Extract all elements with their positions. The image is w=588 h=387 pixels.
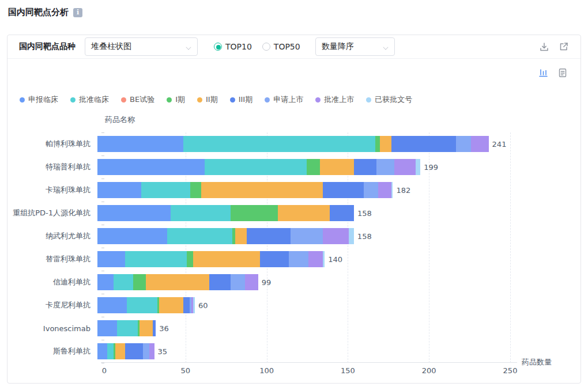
bar-segment — [187, 251, 193, 267]
legend-dot — [167, 97, 172, 103]
legend-label: 申请上市 — [273, 94, 303, 105]
document-icon[interactable] — [557, 67, 568, 78]
category-label: 特瑞普利单抗 — [7, 162, 97, 172]
external-link-icon[interactable] — [559, 41, 569, 52]
bar-segment — [323, 182, 363, 198]
x-tick-label: 150 — [341, 366, 355, 375]
bar-segment — [117, 320, 138, 336]
stacked-bar — [97, 136, 489, 152]
stacked-bar — [97, 297, 195, 313]
radio-top50[interactable]: TOP50 — [262, 42, 300, 51]
sort-order-select[interactable]: 数量降序 — [315, 37, 395, 56]
category-label: 重组抗PD-1人源化单抗 — [7, 208, 97, 218]
bar-segment — [456, 136, 470, 152]
legend-dot — [265, 97, 270, 103]
bar-segment — [183, 136, 375, 152]
bar-segment — [97, 205, 171, 221]
view-toggle-row — [7, 64, 581, 81]
analysis-card: 国内同靶点品种 堆叠柱状图 TOP10 TOP50 数量降序 — [7, 35, 581, 384]
bar-segment — [376, 159, 394, 175]
legend-dot — [70, 97, 76, 103]
bar-segment — [201, 182, 323, 198]
bar-segment — [260, 251, 289, 267]
legend-dot — [366, 97, 371, 103]
chart-legend: 申报临床批准临床BE试验I期II期III期申请上市批准上市已获批文号 — [7, 94, 581, 105]
page-title: 国内同靶点分析 — [8, 7, 69, 18]
legend-item[interactable]: BE试验 — [121, 94, 154, 105]
legend-item[interactable]: 申请上市 — [265, 94, 303, 105]
toolbar: 国内同靶点品种 堆叠柱状图 TOP10 TOP50 数量降序 — [7, 35, 581, 59]
bar-segment — [149, 343, 154, 359]
bar-segment — [209, 274, 231, 290]
radio-top10[interactable]: TOP10 — [214, 42, 252, 51]
bar-segment — [354, 159, 376, 175]
download-icon[interactable] — [539, 41, 549, 52]
bar-segment — [205, 159, 307, 175]
bar-segment — [114, 274, 133, 290]
total-label: 241 — [492, 140, 507, 149]
bar-row: 斯鲁利单抗35 — [7, 340, 581, 363]
bar-row: 纳武利尤单抗158 — [7, 225, 581, 248]
bar-segment — [394, 159, 416, 175]
bar-segment — [127, 297, 158, 313]
bar-segment — [235, 228, 247, 244]
page-header: 国内同靶点分析 i — [0, 0, 588, 18]
legend-label: BE试验 — [130, 94, 154, 105]
bar-segment — [97, 251, 125, 267]
x-tick-label: 200 — [422, 366, 436, 375]
legend-item[interactable]: 批准上市 — [315, 94, 354, 105]
legend-item[interactable]: III期 — [230, 94, 253, 105]
legend-label: 批准临床 — [79, 94, 109, 105]
bar-row: 替雷利珠单抗140 — [7, 248, 581, 271]
bar-segment — [308, 251, 323, 267]
bar-segment — [375, 136, 380, 152]
legend-item[interactable]: I期 — [167, 94, 185, 105]
legend-label: III期 — [239, 94, 253, 105]
bar-segment — [245, 274, 258, 290]
bar-segment — [378, 182, 391, 198]
bar-row: 重组抗PD-1人源化单抗158 — [7, 202, 581, 225]
radio-dot — [262, 43, 270, 51]
info-icon[interactable]: i — [73, 8, 82, 17]
bar-segment — [330, 205, 354, 221]
category-label: 信迪利单抗 — [7, 277, 97, 287]
legend-item[interactable]: 批准临床 — [70, 94, 109, 105]
bar-segment — [231, 205, 278, 221]
bar-segment — [291, 228, 323, 244]
bar-segment — [349, 228, 353, 244]
legend-item[interactable]: II期 — [197, 94, 218, 105]
category-label: 斯鲁利单抗 — [7, 346, 97, 356]
bar-segment — [97, 136, 183, 152]
bar-segment — [97, 159, 205, 175]
bar-segment — [231, 274, 245, 290]
total-label: 35 — [158, 347, 168, 356]
bar-segment — [97, 320, 117, 336]
bar-row: Ivonescimab36 — [7, 317, 581, 340]
toolbar-icons — [539, 41, 569, 52]
bar-segment — [115, 343, 125, 359]
bar-segment — [133, 274, 146, 290]
bar-segment — [193, 297, 195, 313]
bar-segment — [323, 251, 325, 267]
bar-chart-icon[interactable] — [538, 67, 548, 78]
bar-segment — [107, 343, 114, 359]
stacked-bar — [97, 343, 154, 359]
stacked-bar — [97, 159, 420, 175]
chart-type-select[interactable]: 堆叠柱状图 — [85, 37, 198, 56]
bar-segment — [143, 343, 149, 359]
legend-item[interactable]: 申报临床 — [20, 94, 58, 105]
bar-segment — [190, 182, 202, 198]
legend-label: 已获批文号 — [375, 94, 412, 105]
legend-item[interactable]: 已获批文号 — [366, 94, 412, 105]
bar-segment — [247, 228, 291, 244]
stacked-bar — [97, 182, 393, 198]
bar-segment — [380, 136, 391, 152]
chevron-down-icon — [186, 44, 191, 50]
bar-segment — [391, 182, 393, 198]
total-label: 199 — [424, 163, 438, 172]
bar-segment — [125, 251, 187, 267]
bar-segment — [471, 136, 489, 152]
stacked-bar — [97, 274, 258, 290]
legend-dot — [197, 97, 202, 103]
bar-segment — [307, 159, 320, 175]
